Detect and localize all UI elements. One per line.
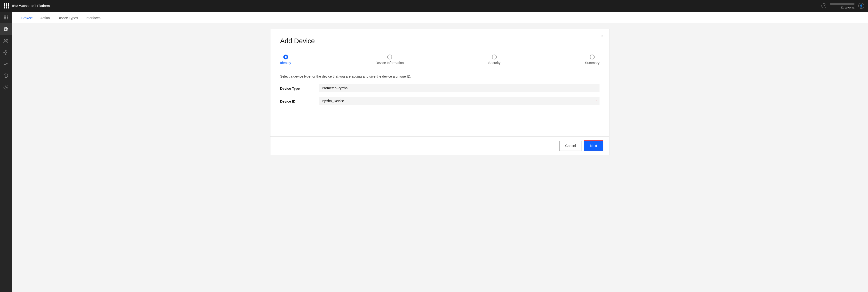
tab-action[interactable]: Action	[37, 13, 54, 23]
tab-device-types[interactable]: Device Types	[54, 13, 82, 23]
svg-point-27	[6, 75, 6, 75]
device-type-field: Prometeo-Pyrrha	[319, 84, 599, 92]
next-button[interactable]: Next	[584, 140, 603, 151]
stepper: Identity Device Information Security	[280, 55, 599, 65]
form-description: Select a device type for the device that…	[280, 75, 599, 78]
sidebar-item-info[interactable]	[0, 70, 12, 82]
device-type-label: Device Type	[280, 84, 319, 90]
stepper-circle-identity	[283, 55, 288, 59]
svg-point-18	[5, 54, 6, 55]
dialog-footer: Cancel Next	[271, 136, 609, 155]
stepper-label-security: Security	[488, 61, 501, 65]
sidebar-item-analytics[interactable]	[0, 58, 12, 70]
stepper-label-summary: Summary	[585, 61, 599, 65]
tab-browse[interactable]: Browse	[18, 13, 37, 23]
dialog-title: Add Device	[280, 37, 599, 45]
svg-point-19	[4, 52, 5, 53]
cancel-button[interactable]: Cancel	[559, 141, 582, 151]
page-area: × Add Device Identity Devi	[12, 23, 868, 292]
stepper-step-security: Security	[488, 55, 501, 65]
stepper-step-identity: Identity	[280, 55, 291, 65]
device-id-input[interactable]	[319, 97, 599, 105]
svg-point-15	[6, 39, 8, 40]
svg-point-17	[5, 50, 6, 51]
svg-point-20	[7, 52, 8, 53]
main-content-area: Browse Action Device Types Interfaces × …	[12, 12, 868, 292]
sidebar-item-apps[interactable]	[0, 12, 12, 23]
stepper-line-2	[404, 57, 488, 57]
tab-interfaces[interactable]: Interfaces	[82, 13, 104, 23]
stepper-step-device-info: Device Information	[376, 55, 404, 65]
device-id-field: •	[319, 97, 599, 105]
sidebar-item-settings[interactable]	[0, 82, 12, 93]
device-type-row: Device Type Prometeo-Pyrrha	[280, 84, 599, 92]
stepper-label-identity: Identity	[280, 61, 291, 65]
tab-bar: Browse Action Device Types Interfaces	[12, 12, 868, 23]
info-circle-icon	[3, 73, 8, 78]
network-icon	[3, 50, 8, 55]
device-id-label: Device ID	[280, 97, 319, 103]
svg-point-14	[5, 39, 6, 41]
top-navigation: IBM Watson IoT Platform ? ID: cdvwma 👤	[0, 0, 868, 12]
stepper-line-1	[291, 57, 376, 57]
sidebar-item-devices[interactable]	[0, 23, 12, 35]
sidebar	[0, 12, 12, 292]
grid-icon	[4, 16, 8, 20]
sidebar-item-connections[interactable]	[0, 47, 12, 58]
add-device-dialog: × Add Device Identity Devi	[270, 29, 610, 155]
nav-right: ? ID: cdvwma 👤	[822, 3, 864, 9]
nav-left: IBM Watson IoT Platform	[4, 3, 50, 8]
svg-rect-1	[5, 28, 6, 30]
svg-rect-0	[4, 28, 7, 31]
stepper-circle-device-info	[387, 55, 392, 59]
username-bar	[830, 3, 855, 5]
app-title: IBM Watson IoT Platform	[12, 4, 50, 8]
device-type-value: Prometeo-Pyrrha	[319, 84, 599, 92]
stepper-label-device-info: Device Information	[376, 61, 404, 65]
stepper-line-3	[501, 57, 585, 57]
user-avatar-icon[interactable]: 👤	[858, 3, 864, 9]
stepper-circle-summary	[590, 55, 595, 59]
sidebar-item-members[interactable]	[0, 35, 12, 47]
svg-point-16	[5, 52, 6, 53]
close-button[interactable]: ×	[599, 33, 605, 39]
analytics-icon	[3, 62, 8, 66]
people-icon	[3, 38, 8, 43]
settings-icon	[3, 85, 8, 90]
user-id: ID: cdvwma	[841, 6, 855, 9]
stepper-circle-security	[492, 55, 497, 59]
required-indicator: •	[596, 99, 597, 103]
help-icon[interactable]: ?	[822, 3, 826, 8]
waffle-menu-icon[interactable]	[4, 3, 9, 8]
stepper-step-summary: Summary	[585, 55, 599, 65]
main-layout: Browse Action Device Types Interfaces × …	[0, 12, 868, 292]
chip-icon	[3, 27, 8, 32]
device-id-row: Device ID •	[280, 97, 599, 105]
svg-point-28	[5, 87, 6, 88]
